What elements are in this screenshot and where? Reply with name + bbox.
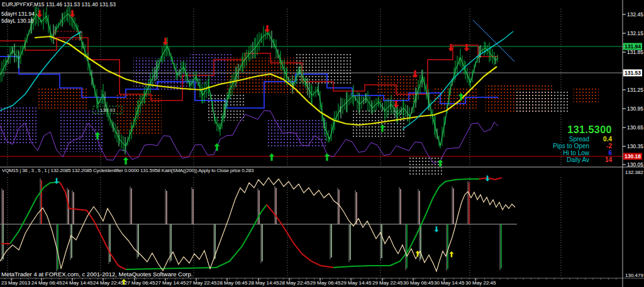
price-marker: 131.53: [623, 70, 642, 77]
indicator-header: VQM15 | 36 , 3 , 5 , 1 | 132.2085 132.20…: [2, 168, 253, 173]
svg-text:130.93: 130.93: [100, 107, 116, 113]
time-tick-label: 30 May 22:45: [465, 280, 496, 286]
time-tick-label: 27 May 14:45: [155, 280, 186, 286]
arrow-down-icon: [37, 10, 43, 18]
quote-info-row: Spread0.4: [553, 136, 612, 143]
price-tick-label: 130.35: [627, 143, 643, 149]
price-tick-label: 130.05: [627, 161, 643, 168]
watermark-status-text: MetaTrader 4 at FOREX.com, c 2001-2012, …: [1, 271, 192, 278]
quote-info-row: Hi to Low6: [553, 149, 612, 156]
time-tick-label: 27 May 06:45: [125, 280, 155, 286]
chart-title: EURJPYFXF,M15 131.46 131.53 131.40 131.5…: [2, 1, 116, 8]
info-value: 6: [589, 149, 612, 156]
price-tick-label: 131.85: [627, 49, 643, 55]
main-chart-area[interactable]: 130.93: [0, 6, 623, 175]
time-tick-label: 30 May 14:45: [434, 280, 464, 286]
price-tick-label: 130.95: [627, 106, 643, 112]
price-tick-label: 132.45: [627, 11, 643, 18]
price-tick-label: 131.25: [627, 87, 643, 93]
arrow-up-icon: [449, 251, 453, 257]
price-marker: 130.18: [623, 153, 642, 160]
info-label: Daily Av: [567, 156, 589, 163]
time-tick-label: 28 May 14:45: [248, 280, 279, 286]
quote-info-rows: Spread0.4Pips to Open-2Hi to Low6Daily A…: [553, 136, 612, 163]
five-day-high-label: 5dayH 131.94: [1, 11, 35, 17]
chart-canvas[interactable]: 130.93: [0, 0, 644, 287]
time-tick-label: 29 May 22:45: [372, 280, 402, 286]
mt4-chart-window: 130.93 EURJPYFXF,M15 131.46 131.53 131.4…: [0, 0, 644, 287]
time-tick-label: 28 May 22:45: [279, 280, 309, 286]
quote-info-panel: 131.5300 Spread0.4Pips to Open-2Hi to Lo…: [553, 124, 612, 163]
price-tick-label: 132.15: [627, 30, 643, 36]
arrow-down-icon: [54, 178, 58, 184]
five-day-low-label: 5dayL 130.18: [1, 18, 33, 24]
price-marker: 131.94: [623, 43, 642, 50]
info-value: -2: [589, 143, 612, 149]
time-tick-label: 28 May 06:45: [217, 280, 247, 286]
price-tick-label: 130.65: [627, 124, 643, 131]
info-label: Pips to Open: [553, 143, 589, 149]
indicator-subwindow[interactable]: [0, 175, 561, 284]
quote-info-row: Daily Av14: [553, 156, 612, 163]
time-tick-label: 29 May 06:45: [310, 280, 340, 286]
arrow-up-icon: [123, 157, 129, 165]
info-label: Hi to Low: [563, 149, 589, 156]
arrow-up-icon: [214, 143, 220, 151]
time-tick-label: 30 May 06:45: [403, 280, 433, 286]
info-value: 0.4: [589, 136, 612, 143]
arrow-up-icon: [325, 153, 330, 161]
arrow-down-icon: [434, 226, 438, 232]
time-tick-label: 24 May 14:45: [62, 280, 92, 286]
time-tick-label: 27 May 22:45: [186, 280, 216, 286]
current-price: 131.5300: [553, 124, 612, 136]
info-label: Spread: [569, 136, 589, 143]
info-value: 14: [589, 156, 612, 163]
time-tick-label: 24 May 06:45: [31, 280, 62, 286]
annotation-box: [54, 31, 82, 40]
time-tick-label: 23 May 2013: [1, 280, 30, 286]
indicator-scale-max: 132.382: [625, 170, 643, 175]
time-tick-label: 24 May 22:45: [93, 280, 123, 286]
quote-info-row: Pips to Open-2: [553, 143, 612, 149]
time-tick-label: 29 May 14:45: [341, 280, 371, 286]
indicator-scale-min: 130.479: [625, 273, 643, 278]
arrow-up-icon: [269, 153, 275, 161]
